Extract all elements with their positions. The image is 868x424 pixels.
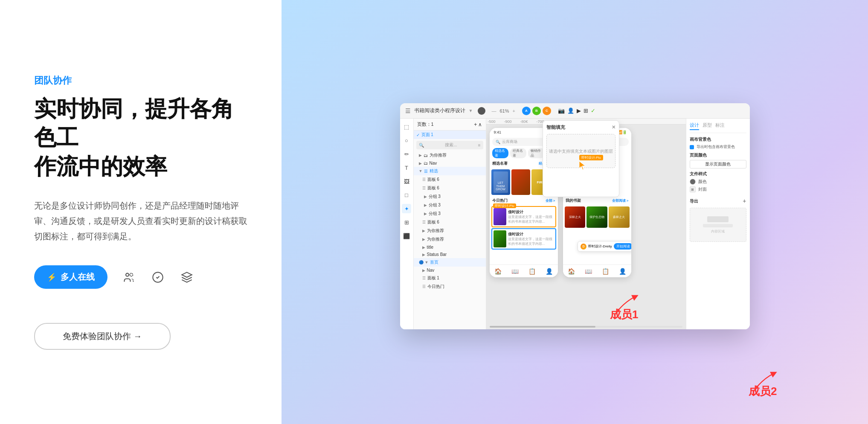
export-add-icon[interactable]: + xyxy=(743,197,746,204)
select-tool[interactable]: ⬚ xyxy=(402,122,411,131)
bottom-nav-2: 🏠 📖 📋 👤 xyxy=(563,264,631,277)
layer-item[interactable]: ▶ 为你推荐 xyxy=(414,235,486,244)
ui-mockup: ☰ 书籍阅读类小程序设计 ▼ — 61% + A B C 📷 👤 ▶ ⊞ ✓ xyxy=(400,103,750,329)
action-row: ⚡ 多人在线 xyxy=(34,265,247,289)
member1-label: 即时设计-Plu xyxy=(579,155,603,160)
member1-annotation: 成员1 xyxy=(610,294,644,322)
layer-item[interactable]: ▶ 分组 3 xyxy=(414,192,486,201)
layer-item-homepage[interactable]: 🔵 ▼ 首页 xyxy=(414,258,486,267)
image-tool[interactable]: 🖼 xyxy=(402,177,411,186)
file-format-title: 文件样式 xyxy=(690,171,746,177)
left-toolbar: ⬚ ○ ✏ T 🖼 □ ✦ ⊞ ⬛ xyxy=(400,119,414,329)
scrollbar-area[interactable] xyxy=(486,326,686,328)
lightning-icon: ⚡ xyxy=(47,273,56,282)
tab-design[interactable]: 设计 xyxy=(690,122,699,130)
member1-cursor-area: 即时设计-Plu xyxy=(579,155,603,171)
export-header: 导出 + xyxy=(690,196,746,206)
box-icon xyxy=(177,268,196,287)
avatar-1: A xyxy=(522,107,531,115)
layer-item[interactable]: ▶ 为你推荐 xyxy=(414,227,486,235)
member2-text: 成员2 xyxy=(749,384,777,399)
layer-item[interactable]: ▶ 分组 3 xyxy=(414,201,486,209)
description-text: 无论是多位设计师协同创作，还是产品经理随时随地评审、沟通反馈，或是研发人员查看实… xyxy=(34,198,247,244)
icon-group xyxy=(119,268,196,287)
avatar-2: B xyxy=(532,107,541,115)
export-bg-checkbox[interactable] xyxy=(690,145,694,149)
color-row: 颜色 xyxy=(690,179,746,185)
check-icon xyxy=(148,268,167,287)
active-tool[interactable]: ✦ xyxy=(402,204,411,213)
layer-item[interactable]: ☰ 面板 6 xyxy=(414,184,486,192)
layer-item[interactable]: ▶ 分组 3 xyxy=(414,209,486,218)
person-add-icon: 👤 xyxy=(567,107,574,114)
people-icon xyxy=(119,268,138,287)
free-trial-button[interactable]: 免费体验团队协作 → xyxy=(34,323,171,350)
book-shelf-2: 保护生态物 xyxy=(586,206,607,228)
layer-item[interactable]: ☰ 面板 1 xyxy=(414,274,486,282)
book-thumb-2 xyxy=(494,230,506,247)
member2-annotation: 成员2 xyxy=(749,371,783,398)
hamburger-icon: ☰ xyxy=(405,107,411,114)
text-tool[interactable]: T xyxy=(402,163,411,172)
topbar-avatars: A B C xyxy=(522,107,551,115)
member2-popup: D 即时设计-Dreity 开始阅读 xyxy=(578,241,631,252)
member2-avatar: D xyxy=(581,244,586,250)
scrollbar-thumb[interactable] xyxy=(490,326,596,328)
layer-item[interactable]: ▶ Nav xyxy=(414,267,486,274)
online-button[interactable]: ⚡ 多人在线 xyxy=(34,265,107,289)
book-grid-2: 深林之火 保护生态物 森林之火 xyxy=(563,205,631,229)
cover-row: ⊞ 封面 xyxy=(690,186,746,192)
book-shelf-3: 森林之火 xyxy=(609,206,630,228)
book-2 xyxy=(511,169,530,195)
canvas-bg-title: 画布背景色 xyxy=(690,136,746,142)
layers-header: 页数：1 + ∧ xyxy=(414,119,486,131)
svg-point-1 xyxy=(130,273,133,276)
main-heading: 实时协同，提升各角色工 作流中的效率 xyxy=(34,95,247,181)
prop-tabs: 设计 原型 标注 xyxy=(690,122,746,133)
smart-fill-title: 智能填充 ✕ xyxy=(546,124,615,131)
camera-icon: 📷 xyxy=(558,107,565,114)
topbar-action-icons: 📷 👤 ▶ ⊞ ✓ xyxy=(558,107,595,114)
export-preview: 内容区域 xyxy=(690,208,746,242)
member1-text: 成员1 xyxy=(610,307,638,322)
layers-search[interactable]: 🔍 搜索... ≡ xyxy=(416,141,483,149)
mockup-topbar: ☰ 书籍阅读类小程序设计 ▼ — 61% + A B C 📷 👤 ▶ ⊞ ✓ xyxy=(400,103,750,119)
right-panel: ☰ 书籍阅读类小程序设计 ▼ — 61% + A B C 📷 👤 ▶ ⊞ ✓ xyxy=(282,0,868,424)
tag-label: 团队协作 xyxy=(34,74,247,87)
highlighted-book-item-2: 借时设计 这里是描述文字，这是一段很长的书本描述文字内容... xyxy=(491,228,556,250)
layer-item[interactable]: ☰ 今日热门 xyxy=(414,282,486,291)
rect-tool[interactable]: □ xyxy=(402,190,411,200)
extra-tool[interactable]: ⬛ xyxy=(402,231,411,241)
layer-item-jingxuan[interactable]: ▼ ☰ 精选 xyxy=(414,167,486,175)
avatar-3: C xyxy=(543,107,551,115)
pen-tool[interactable]: ✏ xyxy=(402,149,411,159)
show-page-color-button[interactable]: 显示页面颜色 xyxy=(690,160,746,168)
page-color-title: 页面颜色 xyxy=(690,152,746,158)
layer-item[interactable]: ☰ 面板 6 xyxy=(414,218,486,227)
highlighted-area: 即时设计-Plu 借时设计 这里是描述文字，这是一段很长的书本描述文字内容... xyxy=(490,206,558,250)
svg-point-0 xyxy=(126,273,129,276)
highlighted-book-item: 即时设计-Plu 借时设计 这里是描述文字，这是一段很长的书本描述文字内容... xyxy=(491,206,556,227)
canvas-area: -500 -900 -80€ -700 -600 -500 -430 9:41 xyxy=(486,119,686,329)
color-swatch[interactable] xyxy=(690,179,696,185)
tab-prototype[interactable]: 原型 xyxy=(703,122,712,130)
layer-item[interactable]: ▶ 🗂 Nav xyxy=(414,160,486,167)
layer-item[interactable]: ▶ Status Bar xyxy=(414,251,486,258)
plugin-tool[interactable]: ⊞ xyxy=(402,218,411,227)
layer-list: ▶ 🗂 为你推荐 ▶ 🗂 Nav ▼ ☰ 精选 xyxy=(414,151,486,291)
share-icon: ⊞ xyxy=(584,107,588,114)
mockup-body: ⬚ ○ ✏ T 🖼 □ ✦ ⊞ ⬛ 页数：1 + ∧ xyxy=(400,119,750,329)
export-bg-row: 导出时包含画布背景色 xyxy=(690,144,746,150)
left-panel: 团队协作 实时协同，提升各角色工 作流中的效率 无论是多位设计师协同创作，还是产… xyxy=(0,0,282,424)
layer-item[interactable]: ☰ 面板 6 xyxy=(414,175,486,184)
layer-item[interactable]: ▶ title xyxy=(414,244,486,251)
cover-icon: ⊞ xyxy=(690,186,696,192)
layer-item[interactable]: ▶ 🗂 为你推荐 xyxy=(414,151,486,160)
frame-tool[interactable]: ○ xyxy=(402,136,411,145)
page-item-active[interactable]: ✓ 页面 1 xyxy=(414,131,486,139)
tab-annotation[interactable]: 标注 xyxy=(715,122,725,130)
user-avatar xyxy=(478,107,485,115)
project-name: 书籍阅读类小程序设计 xyxy=(414,107,465,114)
book-shelf-1: 深林之火 xyxy=(565,206,586,228)
start-reading-button[interactable]: 开始阅读 xyxy=(614,243,631,250)
